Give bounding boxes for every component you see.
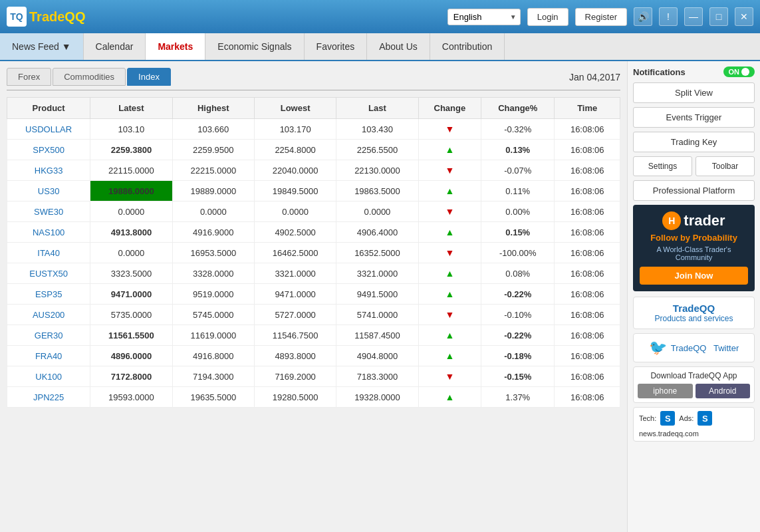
- table-row[interactable]: ESP359471.00009519.00009471.00009491.500…: [7, 284, 620, 305]
- up-arrow-icon: ▲: [445, 268, 454, 279]
- lang-wrapper[interactable]: English 中文: [447, 9, 521, 25]
- col-highest: Highest: [172, 98, 254, 119]
- product-link[interactable]: FRA40: [35, 351, 62, 361]
- cell-product[interactable]: SWE30: [7, 201, 90, 222]
- table-row[interactable]: ITA400.000016953.500016462.500016352.500…: [7, 243, 620, 263]
- cell-product[interactable]: AUS200: [7, 305, 90, 325]
- login-button[interactable]: Login: [527, 8, 569, 26]
- settings-toolbar-row: Settings Toolbar: [633, 156, 755, 176]
- cell-product[interactable]: FRA40: [7, 346, 90, 366]
- cell-product[interactable]: USDOLLAR: [7, 119, 90, 140]
- product-link[interactable]: US30: [38, 186, 60, 196]
- settings-button[interactable]: Settings: [633, 156, 692, 176]
- cell-last: 5741.0000: [336, 305, 418, 325]
- footer-domain: news.tradeqq.com: [639, 430, 699, 438]
- tab-forex[interactable]: Forex: [7, 68, 51, 86]
- cell-last: 9491.5000: [336, 284, 418, 305]
- cell-highest: 22215.0000: [172, 160, 254, 181]
- twitter-section[interactable]: 🐦 TradeQQ Twitter: [633, 333, 755, 362]
- cell-lowest: 2254.8000: [254, 140, 336, 160]
- table-row[interactable]: HKG3322115.000022215.000022040.000022130…: [7, 160, 620, 181]
- product-link[interactable]: EUSTX50: [29, 269, 68, 279]
- product-link[interactable]: AUS200: [33, 310, 64, 320]
- sidebar: Notifications ON Split View Events Trigg…: [627, 61, 760, 532]
- nav-item-calendar[interactable]: Calendar: [84, 33, 146, 60]
- trading-key-button[interactable]: Trading Key: [633, 132, 755, 152]
- product-link[interactable]: HKG33: [35, 166, 63, 176]
- nav-item-contribution[interactable]: Contribution: [430, 33, 505, 60]
- product-link[interactable]: JPN225: [33, 392, 64, 402]
- cell-change-pct: 1.37%: [481, 387, 555, 408]
- product-link[interactable]: UK100: [35, 372, 62, 382]
- notifications-toggle[interactable]: ON: [723, 66, 755, 77]
- table-row[interactable]: AUS2005735.00005745.00005727.00005741.00…: [7, 305, 620, 325]
- nav-item-economic-signals[interactable]: Economic Signals: [205, 33, 304, 60]
- events-trigger-button[interactable]: Events Trigger: [633, 107, 755, 128]
- register-button[interactable]: Register: [575, 8, 627, 26]
- table-row[interactable]: FRA404896.00004916.80004893.80004904.800…: [7, 346, 620, 366]
- cell-product[interactable]: EUSTX50: [7, 263, 90, 284]
- cell-product[interactable]: US30: [7, 181, 90, 201]
- cell-change-arrow: ▼: [418, 305, 481, 325]
- table-row[interactable]: SPX5002259.38002259.95002254.80002256.55…: [7, 140, 620, 160]
- table-row[interactable]: SWE300.00000.00000.00000.0000▼0.00%16:08…: [7, 201, 620, 222]
- product-link[interactable]: ESP35: [35, 289, 62, 299]
- cell-product[interactable]: UK100: [7, 366, 90, 387]
- down-arrow-icon: ▼: [445, 309, 454, 320]
- cell-change-arrow: ▲: [418, 325, 481, 346]
- col-lowest: Lowest: [254, 98, 336, 119]
- table-row[interactable]: GER3011561.550011619.000011546.750011587…: [7, 325, 620, 346]
- logo: TQ TradeQQ: [7, 7, 85, 27]
- product-link[interactable]: NAS100: [33, 227, 64, 237]
- cell-change-arrow: ▲: [418, 387, 481, 408]
- table-row[interactable]: USDOLLAR103.10103.660103.170103.430▼-0.3…: [7, 119, 620, 140]
- nav-item-favorites[interactable]: Favorites: [305, 33, 368, 60]
- down-arrow-icon: ▼: [445, 247, 454, 258]
- alert-button[interactable]: !: [659, 7, 678, 26]
- nav-item-news-feed[interactable]: News Feed ▼: [0, 33, 84, 60]
- product-link[interactable]: SWE30: [34, 207, 63, 217]
- language-select[interactable]: English 中文: [447, 9, 521, 25]
- toolbar-button[interactable]: Toolbar: [696, 156, 755, 176]
- cell-product[interactable]: ITA40: [7, 243, 90, 263]
- cell-product[interactable]: JPN225: [7, 387, 90, 408]
- product-link[interactable]: SPX500: [33, 145, 64, 155]
- nav-item-about-us[interactable]: About Us: [367, 33, 430, 60]
- table-row[interactable]: JPN22519593.000019635.500019280.50001932…: [7, 387, 620, 408]
- android-download-button[interactable]: Android: [696, 384, 751, 398]
- minimize-button[interactable]: —: [684, 7, 703, 26]
- pro-platform-button[interactable]: Professional Platform: [633, 180, 755, 201]
- close-button[interactable]: ✕: [735, 7, 753, 26]
- cell-product[interactable]: ESP35: [7, 284, 90, 305]
- tradeqq-section: TradeQQ Products and services: [633, 297, 755, 329]
- iphone-download-button[interactable]: iphone: [638, 384, 693, 398]
- table-row[interactable]: NAS1004913.80004916.90004902.50004906.40…: [7, 222, 620, 243]
- cell-change-pct: -100.00%: [481, 243, 555, 263]
- ad-logo-text: trader: [684, 212, 725, 229]
- product-link[interactable]: ITA40: [37, 248, 60, 258]
- cell-product[interactable]: SPX500: [7, 140, 90, 160]
- maximize-button[interactable]: □: [709, 7, 728, 26]
- cell-product[interactable]: HKG33: [7, 160, 90, 181]
- tab-index[interactable]: Index: [127, 68, 171, 86]
- table-row[interactable]: US3019886.000019889.000019849.500019863.…: [7, 181, 620, 201]
- cell-change-pct: -0.07%: [481, 160, 555, 181]
- tab-commodities[interactable]: Commodities: [53, 68, 126, 86]
- nav-item-markets[interactable]: Markets: [146, 33, 205, 60]
- table-row[interactable]: EUSTX503323.50003328.00003321.00003321.0…: [7, 263, 620, 284]
- ad-join-button[interactable]: Join Now: [640, 267, 748, 285]
- cell-change-pct: -0.15%: [481, 366, 555, 387]
- split-view-button[interactable]: Split View: [633, 82, 755, 103]
- sound-button[interactable]: 🔊: [634, 7, 652, 26]
- product-link[interactable]: USDOLLAR: [25, 124, 72, 134]
- cell-last: 7183.3000: [336, 366, 418, 387]
- product-link[interactable]: GER30: [35, 331, 63, 340]
- table-row[interactable]: UK1007172.80007194.30007169.20007183.300…: [7, 366, 620, 387]
- cell-time: 16:08:06: [555, 243, 620, 263]
- cell-product[interactable]: GER30: [7, 325, 90, 346]
- cell-last: 0.0000: [336, 201, 418, 222]
- cell-highest: 9519.0000: [172, 284, 254, 305]
- cell-latest: 2259.3800: [90, 140, 172, 160]
- cell-change-pct: 0.15%: [481, 222, 555, 243]
- cell-product[interactable]: NAS100: [7, 222, 90, 243]
